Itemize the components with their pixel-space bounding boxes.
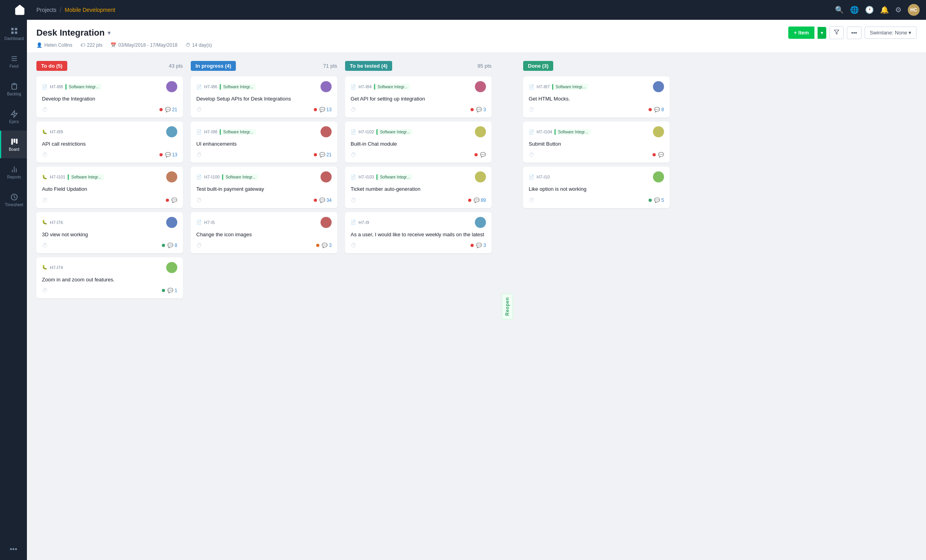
svg-rect-5: [11, 139, 13, 144]
card-top: 📄 H7-I86 Software Integr...: [196, 81, 332, 92]
column-badge-todo[interactable]: To do (5): [36, 61, 67, 71]
table-row[interactable]: 📄 H7-I104 Software Integr... Submit Butt…: [523, 121, 670, 163]
story-icon: 📄: [42, 84, 47, 89]
add-item-dropdown-button[interactable]: ▾: [818, 27, 826, 39]
svg-rect-3: [15, 31, 17, 34]
calendar-icon: 📅: [110, 42, 116, 48]
card-indicators: 💬 21: [159, 107, 177, 112]
topbar: Projects / Mobile Development 🔍 🌐 🕐 🔔 ⚙ …: [0, 0, 926, 20]
story-icon: 📄: [196, 84, 202, 89]
search-icon[interactable]: 🔍: [835, 6, 844, 14]
sidebar-item-board[interactable]: Board: [0, 131, 27, 158]
table-row[interactable]: 📄 H7-I87 Software Integr... Get HTML Moc…: [523, 76, 670, 118]
clock-icon: ⏱: [529, 197, 534, 203]
page-title-text: Desk Integration: [36, 28, 104, 38]
column-badge-tobetested[interactable]: To be tested (4): [345, 61, 392, 71]
card-avatar: [475, 126, 486, 137]
card-id: H7-I9: [359, 220, 369, 225]
user-avatar[interactable]: HC: [908, 4, 920, 16]
settings-icon[interactable]: ⚙: [895, 6, 901, 14]
svg-marker-4: [11, 110, 17, 117]
date-range: 03/May/2018 - 17/May/2018: [118, 42, 177, 48]
column-title-badge-todo: To do (5): [36, 61, 67, 71]
table-row[interactable]: 🐛 H7-I101 Software Integr... Auto Field …: [36, 167, 183, 208]
card-id: H7-I103: [359, 175, 374, 179]
globe-icon[interactable]: 🌐: [850, 6, 859, 14]
swimlane-select[interactable]: Swimlane: None ▾: [865, 27, 917, 39]
sidebar-item-dashboard[interactable]: Dashboard: [0, 20, 27, 47]
card-top: 📄 H7-I100 Software Integr...: [196, 171, 332, 182]
sidebar-item-backlog[interactable]: Backlog: [0, 75, 27, 103]
priority-dot: [162, 244, 165, 247]
bug-icon: 🐛: [42, 265, 47, 270]
board-column-inprogress: In progress (4) 71 pts 📄 H7-I86 Software…: [191, 61, 337, 552]
clock-icon[interactable]: 🕐: [865, 6, 874, 14]
sidebar-label-board: Board: [9, 147, 19, 152]
filter-button[interactable]: [829, 26, 844, 39]
card-indicators: 💬 3: [471, 107, 486, 112]
card-title: Get HTML Mocks.: [529, 95, 664, 103]
sidebar-item-reports[interactable]: Reports: [0, 158, 27, 186]
svg-rect-6: [13, 139, 15, 142]
table-row[interactable]: 📄 H7-I102 Software Integr... Built-in Ch…: [345, 121, 491, 163]
column-pts-todo: 43 pts: [169, 63, 183, 69]
card-id-tags: 📄 H7-I86 Software Integr...: [196, 84, 256, 90]
card-comments: 💬 21: [319, 152, 332, 158]
card-id-tags: 📄 H7-I100 Software Integr...: [196, 174, 258, 180]
table-row[interactable]: 🐛 H7-I74 Zoom in and zoom out features. …: [36, 257, 183, 298]
table-row[interactable]: 📄 H7-I86 Software Integr... Develop Setu…: [191, 76, 337, 118]
page-meta: 👤 Helen Collins 🏷 222 pts 📅 03/May/2018 …: [36, 42, 917, 48]
card-title: Ticket number auto-generation: [351, 186, 486, 193]
story-icon: 📄: [351, 220, 356, 225]
projects-link[interactable]: Projects: [36, 7, 57, 13]
clock-icon: ⏱: [196, 152, 202, 158]
card-bottom: ⏱ 💬 3: [196, 242, 332, 249]
card-top: 📄 H7-I84 Software Integr...: [351, 81, 486, 92]
table-row[interactable]: 📄 H7-I103 Software Integr... Ticket numb…: [345, 167, 491, 208]
card-avatar: [653, 81, 664, 92]
card-indicators: 💬 3: [316, 243, 332, 248]
table-row[interactable]: 📄 H7-I5 Change the icon images ⏱ 💬 3: [191, 212, 337, 253]
card-id: H7-I5: [204, 220, 215, 225]
add-item-button[interactable]: + Item: [788, 27, 814, 39]
sidebar-item-feed[interactable]: Feed: [0, 47, 27, 75]
current-project[interactable]: Mobile Development: [65, 7, 116, 13]
table-row[interactable]: 📄 H7-I9 As a user, I would like to recei…: [345, 212, 491, 253]
card-bottom: ⏱ 💬 3: [351, 242, 486, 249]
sidebar-more[interactable]: •••: [10, 545, 17, 554]
sidebar-item-epics[interactable]: Epics: [0, 103, 27, 131]
header-actions: + Item ▾ ••• Swimlane: None ▾: [788, 26, 917, 39]
bug-icon: 🐛: [42, 220, 47, 225]
comment-icon: 💬: [480, 152, 486, 158]
table-row[interactable]: 📄 H7-I84 Software Integr... Get API for …: [345, 76, 491, 118]
story-icon: 📄: [529, 84, 534, 89]
table-row[interactable]: 📄 H7-I10 Like option is not working ⏱ 💬 …: [523, 167, 670, 208]
card-title: Get API for setting up integration: [351, 95, 486, 103]
comment-icon: 💬: [474, 197, 480, 203]
reopen-button[interactable]: Reopen: [502, 294, 513, 319]
table-row[interactable]: 📄 H7-I100 Software Integr... Test built-…: [191, 167, 337, 208]
card-bottom: ⏱ 💬 21: [196, 152, 332, 158]
card-id: H7-I99: [50, 129, 63, 134]
card-id-tags: 🐛 H7-I76: [42, 220, 63, 225]
priority-dot: [649, 108, 652, 111]
card-top: 📄 H7-I5: [196, 217, 332, 228]
column-badge-done[interactable]: Done (3): [523, 61, 553, 71]
notifications-icon[interactable]: 🔔: [880, 6, 889, 14]
table-row[interactable]: 🐛 H7-I99 API call restrictions ⏱ 💬 13: [36, 121, 183, 163]
card-comments: 💬 8: [167, 243, 177, 248]
clock-icon: ⏱: [196, 242, 202, 249]
points-icon: 🏷: [80, 42, 85, 48]
sidebar-item-timesheet[interactable]: Timesheet: [0, 186, 27, 214]
card-comments: 💬 13: [165, 152, 177, 158]
title-dropdown-icon[interactable]: ▾: [108, 30, 110, 36]
table-row[interactable]: 🐛 H7-I76 3D view not working ⏱ 💬 8: [36, 212, 183, 253]
priority-dot: [162, 289, 165, 292]
card-title: Develop the Integration: [42, 95, 177, 103]
table-row[interactable]: 📄 H7-I88 Software Integr... Develop the …: [36, 76, 183, 118]
more-options-button[interactable]: •••: [847, 27, 861, 39]
column-badge-inprogress[interactable]: In progress (4): [191, 61, 236, 71]
owner-icon: 👤: [36, 42, 42, 48]
meta-duration: ⏱ 14 day(s): [186, 42, 212, 48]
table-row[interactable]: 📄 H7-I98 Software Integr... UI enhanceme…: [191, 121, 337, 163]
